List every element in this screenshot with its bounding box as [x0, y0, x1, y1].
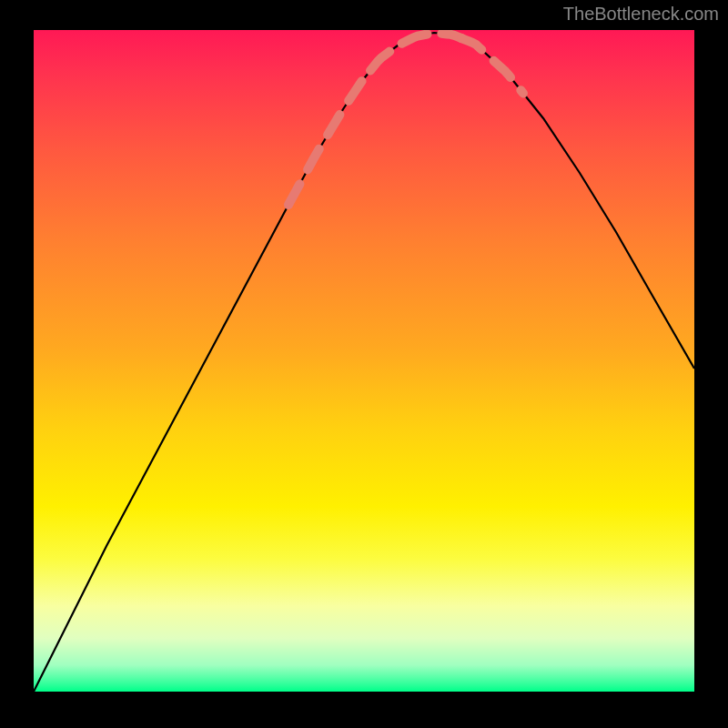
right-red-dashes: [461, 38, 523, 94]
curve-svg: [34, 30, 694, 692]
watermark-text: TheBottleneck.com: [563, 4, 719, 25]
plot-area: [34, 30, 694, 692]
left-red-dashes: [288, 73, 369, 205]
valley-red-dashes: [370, 33, 461, 70]
bottleneck-curve-line: [34, 33, 694, 692]
